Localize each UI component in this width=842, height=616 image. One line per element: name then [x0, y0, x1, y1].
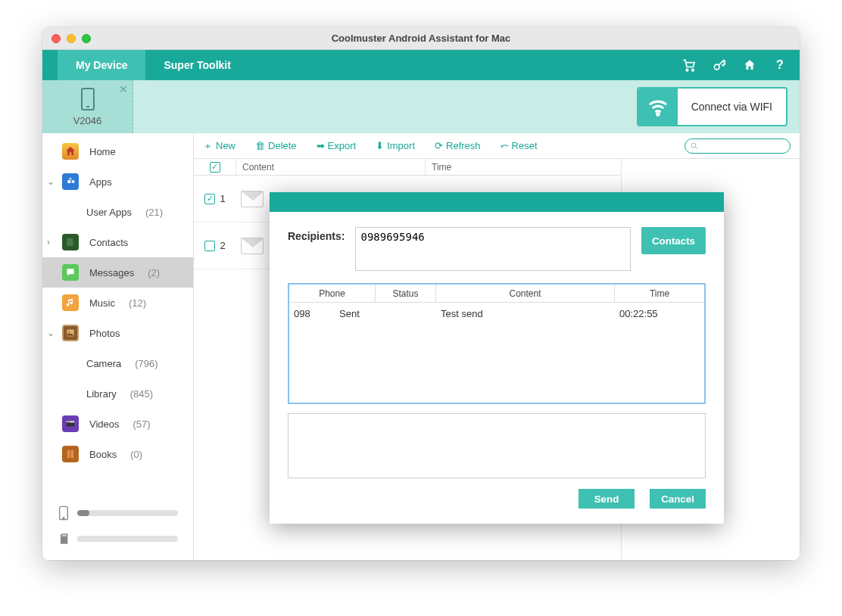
send-button[interactable]: Send: [578, 489, 635, 509]
svg-rect-13: [65, 535, 66, 537]
sidebar-videos-label: Videos: [89, 418, 120, 430]
envelope-icon: [241, 238, 264, 254]
svg-rect-12: [64, 535, 64, 537]
tabbar-right-icons: ?: [681, 50, 787, 80]
cancel-button[interactable]: Cancel: [650, 489, 706, 509]
sidebar-books-label: Books: [89, 449, 117, 460]
videos-count: (57): [133, 418, 151, 430]
music-count: (12): [129, 297, 146, 309]
header-checkbox-col: [194, 159, 236, 175]
device-strip: ✕ V2046 Connect via WIFI: [42, 80, 800, 133]
contacts-button[interactable]: Contacts: [641, 227, 706, 254]
col-content[interactable]: Content: [436, 285, 615, 302]
sidebar-music-label: Music: [89, 297, 115, 309]
svg-point-2: [714, 64, 719, 70]
sidebar-camera-label: Camera: [86, 358, 121, 369]
toolbar-refresh-label: Refresh: [446, 140, 481, 151]
cart-icon[interactable]: [681, 58, 697, 73]
search-icon: [690, 142, 699, 151]
toolbar-new-button[interactable]: ＋New: [203, 139, 235, 153]
device-tile[interactable]: ✕ V2046: [42, 80, 133, 133]
message-toolbar: ＋New 🗑Delete ➡Export ⬇Import ⟳Refresh ⤺R…: [194, 133, 800, 159]
toolbar-export-label: Export: [328, 140, 357, 151]
sidebar-item-music[interactable]: Music (12): [42, 288, 193, 318]
internal-storage-bar: [77, 510, 178, 516]
toolbar-reset-button[interactable]: ⤺Reset: [501, 140, 538, 151]
search-input[interactable]: [685, 138, 791, 154]
window-maximize-button[interactable]: [82, 34, 91, 43]
import-icon: ⬇: [376, 140, 384, 151]
main-tabbar: My Device Super Toolkit ?: [42, 50, 800, 80]
col-status[interactable]: Status: [376, 285, 436, 302]
compose-textarea[interactable]: [288, 413, 706, 478]
videos-icon: [62, 415, 79, 432]
toolbar-import-button[interactable]: ⬇Import: [376, 140, 415, 151]
svg-point-1: [692, 69, 694, 71]
col-phone[interactable]: Phone: [289, 285, 376, 302]
select-all-checkbox[interactable]: [210, 162, 220, 173]
window-close-button[interactable]: [51, 34, 61, 43]
recipients-input[interactable]: [355, 227, 631, 271]
toolbar-reset-label: Reset: [512, 140, 538, 151]
col-time[interactable]: Time: [615, 285, 704, 302]
sidebar-item-books[interactable]: Books (0): [42, 439, 193, 469]
sidebar-item-user-apps[interactable]: User Apps (21): [42, 197, 193, 227]
export-icon: ➡: [317, 140, 325, 151]
recipients-label: Recipients:: [288, 227, 345, 242]
toolbar-export-button[interactable]: ➡Export: [317, 140, 357, 151]
header-content-col[interactable]: Content: [236, 159, 426, 175]
device-name: V2046: [73, 115, 102, 126]
sidebar-item-messages[interactable]: Messages (2): [42, 257, 193, 288]
user-apps-count: (21): [145, 207, 163, 218]
titlebar: Coolmuster Android Assistant for Mac: [42, 27, 800, 50]
sidebar-item-library[interactable]: Library (845): [42, 378, 193, 409]
sidebar-item-apps[interactable]: ⌄ Apps: [42, 166, 193, 197]
status-time: 00:22:55: [615, 303, 704, 324]
window-minimize-button[interactable]: [67, 34, 76, 43]
help-icon[interactable]: ?: [772, 58, 787, 73]
photos-icon: [62, 325, 79, 341]
sd-storage-bar: [77, 536, 178, 542]
chevron-right-icon[interactable]: ›: [47, 237, 50, 247]
toolbar-refresh-button[interactable]: ⟳Refresh: [435, 140, 481, 151]
sidebar-messages-label: Messages: [89, 267, 134, 278]
sd-storage-icon: [58, 533, 70, 545]
toolbar-delete-button[interactable]: 🗑Delete: [255, 140, 297, 151]
library-count: (845): [130, 388, 153, 400]
status-status: Sent: [335, 303, 436, 324]
connect-wifi-button[interactable]: Connect via WIFI: [637, 87, 787, 126]
close-device-icon[interactable]: ✕: [119, 83, 128, 95]
window-title: Coolmuster Android Assistant for Mac: [42, 33, 800, 44]
sidebar-library-label: Library: [86, 388, 117, 400]
key-icon[interactable]: [712, 58, 727, 73]
sidebar-item-photos[interactable]: ⌄ Photos: [42, 318, 193, 348]
svg-rect-11: [62, 535, 63, 537]
status-row[interactable]: 098 Sent Test send 00:22:55: [289, 303, 704, 324]
status-content: Test send: [436, 303, 615, 324]
row-number: 1: [220, 193, 225, 204]
sidebar-item-home[interactable]: Home: [42, 136, 193, 166]
row-checkbox[interactable]: [204, 241, 215, 251]
tab-my-device[interactable]: My Device: [58, 50, 145, 80]
envelope-icon: [241, 191, 264, 207]
chevron-down-icon[interactable]: ⌄: [47, 328, 55, 338]
row-checkbox[interactable]: [204, 194, 215, 204]
window-controls: [42, 34, 91, 43]
toolbar-delete-label: Delete: [268, 140, 297, 151]
tab-super-toolkit[interactable]: Super Toolkit: [145, 50, 248, 80]
home-icon[interactable]: [742, 58, 757, 73]
svg-point-10: [63, 518, 64, 519]
device-phone-icon: [81, 88, 95, 110]
wifi-icon: [638, 89, 678, 125]
sidebar-item-videos[interactable]: Videos (57): [42, 409, 193, 439]
svg-point-14: [691, 143, 696, 148]
chevron-down-icon[interactable]: ⌄: [47, 176, 55, 187]
sidebar-item-contacts[interactable]: › Contacts: [42, 227, 193, 257]
sidebar: Home ⌄ Apps User Apps (21) › Contacts: [42, 133, 194, 560]
svg-point-0: [686, 69, 688, 71]
send-sms-dialog: Recipients: Contacts Phone Status Conten…: [270, 192, 724, 524]
phone-storage-icon: [58, 506, 70, 521]
sidebar-item-camera[interactable]: Camera (796): [42, 348, 193, 378]
dialog-titlebar[interactable]: [270, 192, 724, 212]
sidebar-contacts-label: Contacts: [89, 237, 128, 248]
